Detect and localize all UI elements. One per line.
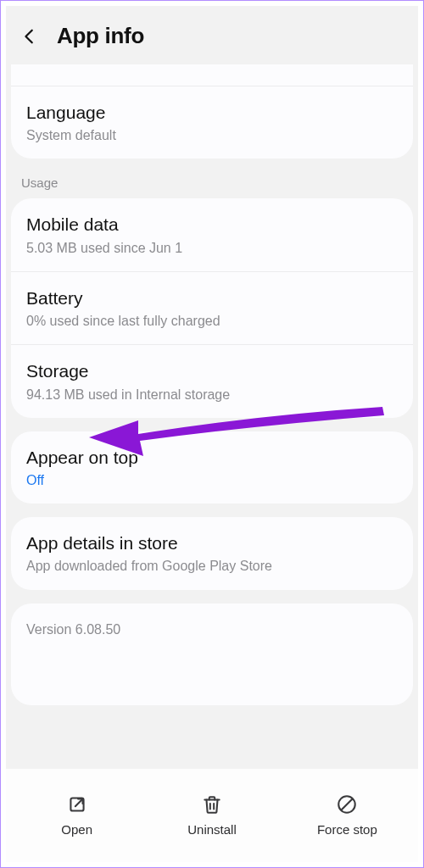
stop-icon bbox=[336, 793, 358, 815]
uninstall-button[interactable]: Uninstall bbox=[144, 793, 279, 837]
storage-row[interactable]: Storage 94.13 MB used in Internal storag… bbox=[11, 344, 413, 417]
force-stop-label: Force stop bbox=[317, 822, 377, 837]
usage-section-header: Usage bbox=[6, 172, 418, 198]
mobile-data-value: 5.03 MB used since Jun 1 bbox=[26, 240, 398, 256]
open-button[interactable]: Open bbox=[9, 793, 144, 837]
battery-value: 0% used since last fully charged bbox=[26, 313, 398, 329]
storage-value: 94.13 MB used in Internal storage bbox=[26, 387, 398, 403]
mobile-data-row[interactable]: Mobile data 5.03 MB used since Jun 1 bbox=[11, 198, 413, 270]
svg-line-5 bbox=[342, 798, 353, 810]
trash-icon bbox=[201, 793, 223, 815]
storage-label: Storage bbox=[26, 360, 398, 382]
appear-on-top-row[interactable]: Appear on top Off bbox=[11, 431, 413, 504]
language-label: Language bbox=[26, 102, 398, 124]
open-icon bbox=[66, 793, 88, 815]
store-details-label: App details in store bbox=[26, 532, 398, 554]
svg-line-1 bbox=[75, 798, 82, 806]
language-row[interactable]: Language System default bbox=[11, 86, 413, 159]
scroll-overflow-hint bbox=[11, 64, 413, 86]
version-text: Version 6.08.50 bbox=[11, 604, 413, 705]
back-button[interactable] bbox=[18, 25, 42, 48]
language-value: System default bbox=[26, 127, 398, 143]
battery-row[interactable]: Battery 0% used since last fully charged bbox=[11, 271, 413, 344]
store-details-card: App details in store App downloaded from… bbox=[11, 517, 413, 589]
version-card: Version 6.08.50 bbox=[11, 604, 413, 705]
app-info-header: App info bbox=[6, 6, 418, 64]
store-details-row[interactable]: App details in store App downloaded from… bbox=[11, 517, 413, 589]
open-label: Open bbox=[61, 822, 92, 837]
store-details-value: App downloaded from Google Play Store bbox=[26, 558, 398, 574]
usage-card: Mobile data 5.03 MB used since Jun 1 Bat… bbox=[11, 198, 413, 417]
force-stop-button[interactable]: Force stop bbox=[280, 793, 415, 837]
mobile-data-label: Mobile data bbox=[26, 214, 398, 236]
battery-label: Battery bbox=[26, 287, 398, 309]
general-card: Language System default bbox=[11, 64, 413, 159]
uninstall-label: Uninstall bbox=[187, 822, 237, 837]
back-icon bbox=[20, 27, 39, 46]
appear-on-top-value: Off bbox=[26, 472, 398, 488]
appear-on-top-card: Appear on top Off bbox=[11, 431, 413, 504]
appear-on-top-label: Appear on top bbox=[26, 447, 398, 469]
bottom-action-bar: Open Uninstall Force stop bbox=[6, 769, 418, 862]
page-title: App info bbox=[57, 23, 144, 49]
